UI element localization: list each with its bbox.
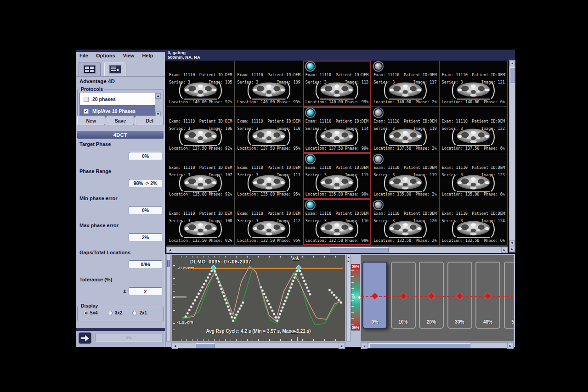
cyan-orb-icon[interactable] xyxy=(306,62,315,71)
ruler-tick xyxy=(264,339,264,341)
scroll-left-icon[interactable]: ◄ xyxy=(172,343,178,349)
ct-cell[interactable]: Exam: 11110Patient ID:DEMSeries: 3Image:… xyxy=(440,61,508,107)
ct-cell[interactable]: Exam: 11110Patient ID:DEMSeries: 3Image:… xyxy=(303,107,371,153)
ct-cell[interactable]: Exam: 11110Patient ID:DEMSeries: 3Image:… xyxy=(371,61,439,107)
scroll-left-icon[interactable]: ◄ xyxy=(167,247,173,253)
export-icon[interactable] xyxy=(79,332,91,344)
image-number-label: Image: 106 xyxy=(209,126,232,131)
chart-vscroll-thumb[interactable] xyxy=(167,260,170,267)
menu-item-help[interactable]: Help xyxy=(142,53,153,61)
overlay-line: Series: 3Image: 120 xyxy=(373,218,436,223)
checkbox-icon[interactable] xyxy=(84,97,89,102)
del-button[interactable]: Del xyxy=(136,116,164,125)
protocols-list: 20 phases✓Mip/Ave 10 Phases xyxy=(80,93,155,117)
export-arrow-head xyxy=(85,335,89,342)
cyan-orb-icon[interactable] xyxy=(306,201,315,209)
field-value-min-phase-error[interactable]: 0% xyxy=(129,206,162,214)
phase-bin-label: 10% xyxy=(392,319,415,325)
cyan-orb-icon[interactable] xyxy=(306,155,315,163)
tab-film-grid[interactable] xyxy=(79,62,101,76)
scroll-up-icon[interactable]: ▲ xyxy=(509,60,515,66)
ct-cell[interactable]: Exam: 11110Patient ID:DEMSeries: 3Image:… xyxy=(167,153,235,200)
chart-horizontal-scrollbar[interactable]: ◄ ► xyxy=(171,342,345,348)
phase-horizontal-scrollbar[interactable]: ◄ ► xyxy=(361,342,514,348)
radio-icon[interactable] xyxy=(132,311,137,315)
menu-item-options[interactable]: Options xyxy=(96,53,115,61)
scroll-right-icon[interactable]: ► xyxy=(509,246,515,252)
ruler-tick xyxy=(308,339,308,341)
ct-cell[interactable]: Exam: 11110Patient ID:DEMSeries: 3Image:… xyxy=(303,153,371,200)
save-button[interactable]: Save xyxy=(107,116,135,125)
ct-cell[interactable]: Exam: 11110Patient ID:DEMSeries: 3Image:… xyxy=(235,199,303,246)
ruler-tick xyxy=(173,285,175,285)
field-value-gaps-total-locations[interactable]: 0/96 xyxy=(129,260,162,268)
menu-item-file[interactable]: File xyxy=(79,53,88,61)
gray-orb-icon[interactable] xyxy=(374,155,383,163)
protocols-scrollbar[interactable]: ▲ ▼ xyxy=(155,93,161,117)
collapse-left-icon[interactable]: ◄ xyxy=(347,256,350,259)
ct-cell[interactable]: Exam: 11110Patient ID:DEMSeries: 3Image:… xyxy=(303,199,371,246)
checkbox-icon[interactable]: ✓ xyxy=(84,109,89,114)
radio-icon[interactable] xyxy=(108,311,113,315)
gray-orb-icon[interactable] xyxy=(374,201,383,209)
protocol-label: Mip/Ave 10 Phases xyxy=(92,108,136,114)
phase-selector-panel: 0%10%20%30%40%50% xyxy=(361,255,514,342)
ct-cell[interactable]: Exam: 11110Patient ID:DEMSeries: 3Image:… xyxy=(440,153,508,200)
scroll-right-icon[interactable]: ► xyxy=(507,343,514,349)
scroll-right-icon[interactable]: ► xyxy=(501,247,508,253)
ct-slice-image xyxy=(308,75,366,102)
radio-icon[interactable] xyxy=(83,311,88,315)
grid-vertical-scrollbar[interactable]: ▲ ▼ ► xyxy=(509,60,515,252)
ct-cell[interactable]: Exam: 11110Patient ID:DEMSeries: 3Image:… xyxy=(440,199,508,246)
phase-hscroll-thumb[interactable] xyxy=(369,343,470,348)
gray-orb-icon[interactable] xyxy=(374,108,383,117)
ct-cell[interactable]: Exam: 11110Patient ID:DEMSeries: 3Image:… xyxy=(235,107,303,153)
scroll-down-icon[interactable]: ▼ xyxy=(509,240,515,246)
phase-label: Phase: 6% xyxy=(484,192,505,196)
field-value-max-phase-error[interactable]: 2% xyxy=(129,233,162,241)
tab-protocol-list[interactable]: ► xyxy=(104,62,126,76)
scroll-up-icon[interactable]: ▲ xyxy=(155,93,161,99)
grid-horizontal-scrollbar[interactable]: ◄ ► xyxy=(166,246,508,253)
patient-id-label: Patient ID:DEM xyxy=(404,211,437,216)
display-option-5x4[interactable]: 5x4 xyxy=(83,310,98,315)
ct-cell[interactable]: Exam: 11110Patient ID:DEMSeries: 3Image:… xyxy=(235,61,303,107)
scroll-left-icon[interactable]: ◄ xyxy=(361,343,368,349)
field-value-phase-range[interactable]: 98% -> 2% xyxy=(129,179,162,187)
phase-bin-50%[interactable]: 50% xyxy=(504,262,514,329)
ct-cell[interactable]: Exam: 11110Patient ID:DEMSeries: 3Image:… xyxy=(167,61,235,107)
image-number-label: Image: 111 xyxy=(277,173,300,177)
field-value-target-phase[interactable]: 0% xyxy=(129,152,162,160)
display-option-3x2[interactable]: 3x2 xyxy=(108,310,123,315)
ct-cell[interactable]: Exam: 11110Patient ID:DEMSeries: 3Image:… xyxy=(235,153,303,200)
ct-cell[interactable]: Exam: 11110Patient ID:DEMSeries: 3Image:… xyxy=(167,107,235,153)
scroll-right-icon[interactable]: ► xyxy=(339,343,345,349)
ct-cell[interactable]: Exam: 11110Patient ID:DEMSeries: 3Image:… xyxy=(371,153,439,200)
advantage-4d-application: FileOptionsViewHelp ► Advantage 4D Proto… xyxy=(76,50,515,347)
patient-id-label: Patient ID:DEM xyxy=(267,119,300,123)
ct-slice-image xyxy=(171,122,230,148)
ct-cell[interactable]: Exam: 11110Patient ID:DEMSeries: 3Image:… xyxy=(371,199,439,246)
chart-splitter[interactable]: ◄ ► xyxy=(346,255,351,342)
menu-item-view[interactable]: View xyxy=(123,53,135,61)
protocol-item[interactable]: 20 phases xyxy=(80,93,155,105)
gray-orb-icon[interactable] xyxy=(374,62,383,71)
ct-cell[interactable]: Exam: 11110Patient ID:DEMSeries: 3Image:… xyxy=(167,199,235,246)
ct-slice-image xyxy=(308,214,366,241)
display-option-2x1[interactable]: 2x1 xyxy=(132,310,147,315)
image-number-label: Image: 124 xyxy=(481,218,505,223)
collapse-right-icon[interactable]: ► xyxy=(347,260,350,263)
cyan-orb-icon[interactable] xyxy=(306,108,315,117)
ruler-tick xyxy=(192,339,192,341)
ct-slice-image xyxy=(240,214,298,241)
field-value-tolerance-[interactable]: 2 xyxy=(129,287,162,295)
hscroll-thumb[interactable] xyxy=(330,247,389,252)
chart-vertical-scrollbar[interactable] xyxy=(166,255,171,342)
vscroll-thumb[interactable] xyxy=(510,67,514,83)
chart-hscroll-thumb[interactable] xyxy=(196,343,215,348)
ct-cell[interactable]: Exam: 11110Patient ID:DEMSeries: 3Image:… xyxy=(440,107,508,153)
overlay-line: Location: 135.00Phase: 92% xyxy=(169,192,232,196)
ct-cell[interactable]: Exam: 11110Patient ID:DEMSeries: 3Image:… xyxy=(303,61,371,107)
ct-cell[interactable]: Exam: 11110Patient ID:DEMSeries: 3Image:… xyxy=(371,107,439,153)
new-button[interactable]: New xyxy=(77,116,105,125)
